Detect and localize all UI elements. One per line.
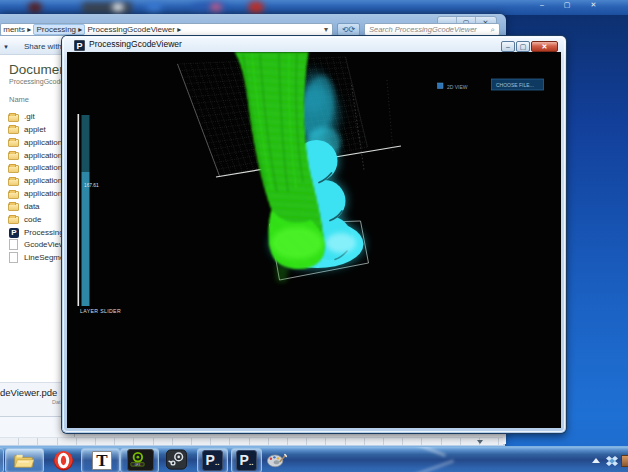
svg-text:GFX: GFX (135, 463, 141, 467)
svg-text:LAYER SLIDER: LAYER SLIDER (80, 308, 121, 314)
svg-text:2D VIEW: 2D VIEW (447, 84, 468, 90)
svg-text:167.61: 167.61 (84, 183, 99, 188)
svg-text:CHOOSE FILE...: CHOOSE FILE... (496, 82, 534, 88)
